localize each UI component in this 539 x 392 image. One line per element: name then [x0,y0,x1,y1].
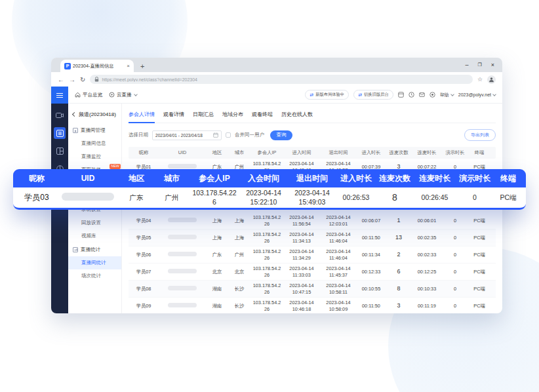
callout-cell-region: 广东 [119,193,154,202]
profile-avatar[interactable] [487,75,496,84]
column-header: UID [159,149,206,155]
trial-layout-pill[interactable]: ⇄新版布局体验中 [305,90,349,100]
cell-enter: 2023-04-14 11:34:13 [283,231,320,243]
cell-uid [159,252,206,258]
cell-mic_count: 3 [386,302,412,309]
callout-cell-enter: 2023-04-14 15:22:10 [239,189,288,206]
cell-present: 0 [442,218,468,224]
calendar-icon [213,132,218,138]
cell-mic_count: 13 [386,234,412,241]
cell-duration: 00:12:33 [357,269,386,275]
cell-terminal: PC端 [468,303,490,309]
callout-column-header: 入会时间 [239,173,288,184]
maximize-button[interactable]: ❐ [477,62,481,68]
swap-icon: ⇄ [309,92,313,98]
browser-tab[interactable]: P 202304-直播间信息 × [60,60,134,72]
record-icon[interactable] [429,92,435,98]
nav-platform-overview[interactable]: 平台总览 [75,92,102,98]
cell-present: 0 [442,286,468,292]
tab-参会人详情[interactable]: 参会人详情 [129,111,155,118]
cell-city: 长沙 [228,286,250,292]
minimize-button[interactable]: – [465,62,468,68]
cell-city: 北京 [228,269,250,275]
cell-duration: 00:11:50 [357,235,386,241]
tab-close-icon[interactable]: × [127,63,130,69]
detail-tabs: 参会人详情观看详情日期汇总地域分布观看终端历史在线人数 [129,108,496,123]
column-header: 昵称 [129,149,159,155]
mail-icon[interactable] [419,92,425,98]
sidebar-item-直播间信息[interactable]: 直播间信息 [68,137,121,150]
browser-toolbar: ← → ↻ https://meet.polyv.net/class?chann… [51,72,502,87]
uid-redacted-pill [168,164,197,168]
cell-terminal: PC端 [468,218,490,224]
cell-ip: 103.178.54.226 [250,265,283,277]
uid-redacted-pill [168,303,197,307]
cell-present: 0 [442,235,468,241]
cell-present: 0 [442,269,468,275]
hamburger-icon [56,93,63,98]
cell-duration: 00:06:07 [357,218,386,224]
callout-cell-duration: 00:26:53 [336,193,376,202]
forward-icon[interactable]: → [69,76,75,83]
cell-mic_duration: 00:10:33 [412,286,442,292]
sidebar-item-直播间统计[interactable]: 直播间统计 [68,256,121,269]
page: P 202304-直播间信息 × + – ❐ × ← → ↻ https://m… [0,0,539,392]
tab-观看详情[interactable]: 观看详情 [163,111,184,118]
cell-exit: 2023-04-14 12:03:01 [320,214,357,226]
tab-地域分布[interactable]: 地域分布 [222,111,243,118]
cell-duration: 00:10:55 [357,286,386,292]
sidebar-item-视频库[interactable]: 视频库 [68,229,121,243]
bookmark-star-icon[interactable]: ☆ [477,76,483,83]
uid-redacted-pill [168,252,197,256]
cell-mic_count: 8 [386,285,412,292]
column-header: 参会人IP [250,149,283,155]
account-menu[interactable]: 2023@polyv.net [458,92,496,97]
rail-list-button[interactable] [54,127,66,139]
table-row: 学员06广东广州103.178.54.2262023-04-14 11:34:2… [129,246,496,264]
sidebar-item-直播监控[interactable]: 直播监控 [68,150,121,163]
rail-camera-button[interactable] [54,109,66,121]
table-row: 学员09湖南长沙103.178.54.2262023-04-14 10:46:1… [129,298,496,313]
tab-历史在线人数[interactable]: 历史在线人数 [281,111,313,118]
tab-观看终端[interactable]: 观看终端 [252,111,273,118]
address-bar[interactable]: https://meet.polyv.net/class?channelId=2… [90,75,473,84]
callout-cell-mic_count: 8 [376,192,414,204]
rail-layout-button[interactable] [54,145,66,157]
back-icon[interactable]: ← [58,76,64,83]
cell-region: 湖南 [206,303,228,309]
sidebar-group-label: 直播间管理 [81,127,106,134]
merge-user-checkbox[interactable] [226,132,231,138]
column-header: 连麦次数 [386,149,412,155]
cell-region: 北京 [206,269,228,275]
date-range-input[interactable]: 2023/04/01 - 2023/04/18 [152,130,222,140]
close-button[interactable]: × [491,62,494,68]
switch-old-version-pill[interactable]: ⇄切换旧版后台 [353,90,393,100]
top-navigation: 平台总览 云直播 ⇄新版布局体验中 ⇄切换旧版后台 帮助 20 [68,87,502,104]
sidebar-group-直播间管理[interactable]: 直播间管理 [68,123,121,137]
browser-tab-strip: P 202304-直播间信息 × + – ❐ × [51,58,502,72]
uid-redacted-pill [168,286,197,290]
tab-日期汇总[interactable]: 日期汇总 [193,111,214,118]
sidebar-item-场次统计[interactable]: 场次统计 [68,269,121,283]
chevron-down-icon [492,92,496,96]
cell-mic_count: 2 [386,251,412,258]
channel-header[interactable]: 频道(20230418) [68,108,121,123]
table-header-row: 昵称UID地区城市参会人IP进入时间退出时间进入时长连麦次数连麦时长演示时长终端 [129,147,496,159]
reload-icon[interactable]: ↻ [80,76,85,83]
nav-cloud-live[interactable]: 云直播 [109,92,137,98]
callout-column-header: 昵称 [16,173,57,184]
export-list-button[interactable]: 导出列表 [464,129,496,141]
search-button[interactable]: 查询 [270,130,292,140]
cell-name: 学员08 [129,286,159,292]
uid-redacted-pill [168,269,197,273]
panel-icon[interactable] [398,92,404,98]
clock-icon[interactable] [409,92,414,98]
cell-region: 广东 [206,252,228,258]
uid-redacted-pill [168,235,197,239]
hamburger-menu-button[interactable] [51,87,68,104]
new-tab-button[interactable]: + [140,62,144,70]
merge-user-label: 合并同一用户 [235,132,264,138]
help-menu[interactable]: 帮助 [440,92,454,98]
sidebar-item-回放设置[interactable]: 回放设置 [68,216,121,229]
sidebar-group-直播统计[interactable]: 直播统计 [68,243,121,256]
